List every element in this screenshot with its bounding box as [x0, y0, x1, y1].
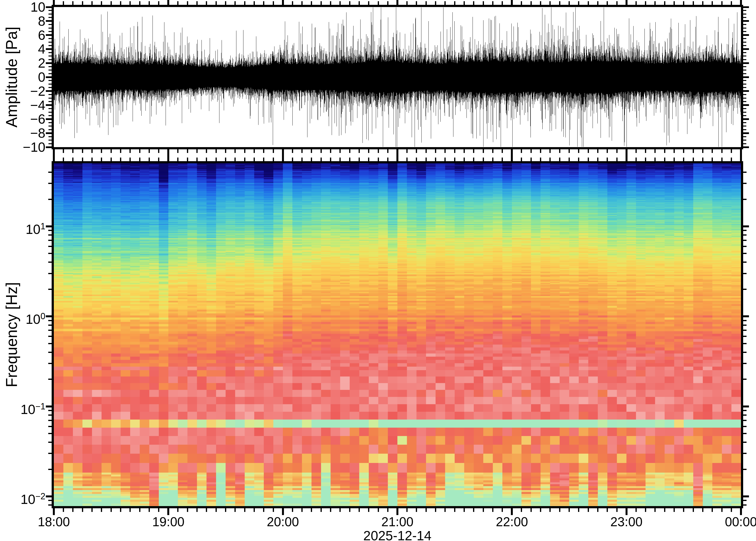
amplitude-major-tick	[46, 132, 52, 134]
frequency-minor-tick	[48, 379, 52, 380]
minute-tick	[292, 1, 293, 5]
minute-tick	[254, 508, 255, 512]
minute-tick	[321, 158, 322, 161]
frequency-minor-tick	[743, 420, 747, 421]
frequency-minor-tick	[48, 343, 52, 344]
minute-tick	[359, 1, 360, 5]
minute-tick	[406, 149, 407, 153]
minute-tick	[91, 508, 93, 512]
amplitude-minor-tick	[49, 10, 52, 11]
hour-tick	[625, 0, 627, 5]
minute-tick	[273, 158, 274, 161]
minute-tick	[82, 158, 83, 161]
minute-tick	[330, 158, 331, 161]
minute-tick	[645, 1, 646, 5]
minute-tick	[302, 158, 303, 161]
minute-tick	[463, 1, 465, 5]
minute-tick	[492, 1, 493, 5]
minute-tick	[216, 149, 217, 153]
amplitude-minor-tick	[743, 126, 746, 127]
minute-tick	[340, 149, 341, 153]
minute-tick	[530, 158, 532, 161]
minute-tick	[654, 508, 656, 512]
minute-tick	[530, 508, 532, 512]
minute-tick	[130, 158, 131, 161]
minute-tick	[235, 508, 236, 512]
amplitude-major-tick	[743, 90, 749, 92]
minute-tick	[63, 149, 64, 153]
frequency-tick-exponent: 0	[41, 311, 45, 321]
hour-tick	[625, 154, 627, 161]
minute-tick	[568, 149, 570, 153]
hour-tick	[396, 154, 398, 161]
frequency-minor-tick	[743, 172, 747, 173]
minute-tick	[292, 508, 293, 512]
minute-tick	[616, 149, 617, 153]
amplitude-major-tick	[743, 132, 749, 134]
minute-tick	[130, 1, 131, 5]
frequency-tick-mantissa: 10	[21, 492, 35, 507]
amplitude-minor-tick	[49, 14, 52, 15]
frequency-tick-label: 10−2	[0, 488, 45, 505]
minute-tick	[292, 158, 293, 161]
frequency-major-tick	[46, 405, 52, 407]
minute-tick	[540, 1, 541, 5]
frequency-tick-label: 101	[0, 218, 45, 235]
amplitude-minor-tick	[743, 136, 746, 137]
minute-tick	[311, 149, 312, 153]
waveform-canvas	[54, 7, 741, 147]
amplitude-minor-tick	[743, 87, 746, 88]
amplitude-minor-tick	[49, 59, 52, 60]
frequency-minor-tick	[48, 500, 52, 501]
minute-tick	[321, 1, 322, 5]
minute-tick	[387, 508, 388, 512]
minute-tick	[368, 158, 369, 161]
frequency-minor-tick	[48, 336, 52, 337]
amplitude-minor-tick	[743, 129, 746, 130]
amplitude-major-tick	[46, 104, 52, 106]
amplitude-minor-tick	[49, 143, 52, 144]
frequency-tick-exponent: −2	[35, 491, 45, 501]
minute-tick	[578, 149, 579, 153]
amplitude-minor-tick	[743, 98, 746, 99]
minute-tick	[244, 158, 245, 161]
minute-tick	[387, 158, 388, 161]
frequency-major-tick	[743, 226, 749, 227]
minute-tick	[683, 508, 684, 512]
amplitude-minor-tick	[49, 66, 52, 67]
minute-tick	[607, 158, 608, 161]
minute-tick	[721, 1, 723, 5]
amplitude-major-tick	[743, 62, 749, 64]
amplitude-minor-tick	[743, 140, 746, 141]
amplitude-tick-label: −2	[0, 83, 45, 99]
frequency-minor-tick	[743, 453, 747, 454]
frequency-minor-tick	[48, 253, 52, 254]
minute-tick	[674, 149, 675, 153]
minute-tick	[330, 149, 331, 153]
minute-tick	[406, 1, 407, 5]
amplitude-tick-label: 2	[0, 55, 45, 71]
frequency-minor-tick	[743, 273, 747, 274]
minute-tick	[597, 149, 598, 153]
amplitude-major-tick	[46, 34, 52, 36]
minute-tick	[416, 508, 417, 512]
minute-tick	[177, 149, 179, 153]
minute-tick	[607, 149, 608, 153]
frequency-minor-tick	[743, 246, 747, 247]
frequency-minor-tick	[48, 330, 52, 331]
waveform-panel	[52, 5, 743, 149]
minute-tick	[444, 158, 446, 161]
frequency-minor-tick	[743, 410, 747, 411]
minute-tick	[82, 508, 83, 512]
hour-tick	[53, 0, 55, 5]
amplitude-tick-label: 8	[0, 13, 45, 29]
minute-tick	[130, 508, 131, 512]
minute-tick	[654, 158, 656, 161]
amplitude-minor-tick	[743, 38, 746, 39]
minute-tick	[63, 1, 64, 5]
hour-tick	[740, 508, 742, 515]
frequency-minor-tick	[48, 262, 52, 263]
minute-tick	[664, 158, 665, 161]
frequency-minor-tick	[48, 240, 52, 241]
frequency-tick-label: 10−1	[0, 398, 45, 415]
